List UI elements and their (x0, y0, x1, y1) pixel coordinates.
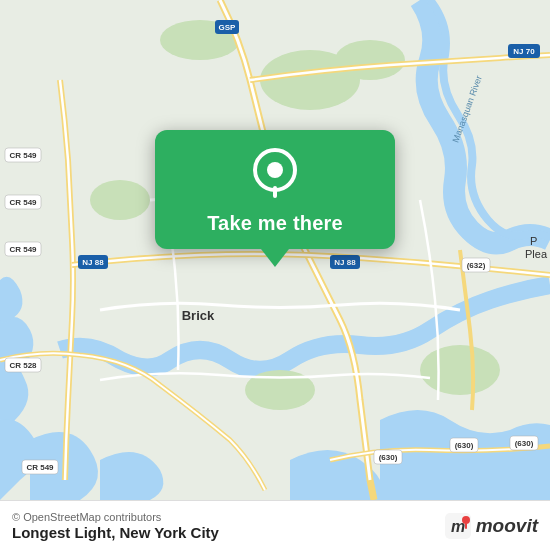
svg-text:CR 549: CR 549 (9, 198, 37, 207)
location-name: Longest Light, New York City (12, 524, 219, 541)
svg-text:(630): (630) (379, 453, 398, 462)
copyright-text: © OpenStreetMap contributors (12, 511, 219, 523)
svg-text:NJ 88: NJ 88 (82, 258, 104, 267)
map-container[interactable]: GSP NJ 70 CR 549 CR 549 CR 549 CR 549 NJ… (0, 0, 550, 500)
svg-point-5 (420, 345, 500, 395)
location-pin-icon (248, 148, 302, 202)
moovit-icon: m (444, 512, 472, 540)
svg-text:CR 549: CR 549 (9, 151, 37, 160)
take-me-there-card[interactable]: Take me there (155, 130, 395, 249)
svg-text:Brick: Brick (182, 308, 215, 323)
svg-text:P: P (530, 235, 537, 247)
svg-text:CR 549: CR 549 (26, 463, 54, 472)
svg-point-4 (90, 180, 150, 220)
svg-text:NJ 70: NJ 70 (513, 47, 535, 56)
svg-point-41 (462, 516, 470, 524)
svg-text:CR 528: CR 528 (9, 361, 37, 370)
svg-text:CR 549: CR 549 (9, 245, 37, 254)
svg-text:(630): (630) (455, 441, 474, 450)
svg-text:(632): (632) (467, 261, 486, 270)
svg-text:(630): (630) (515, 439, 534, 448)
svg-point-2 (335, 40, 405, 80)
moovit-logo: m moovit (444, 512, 538, 540)
svg-point-38 (267, 162, 283, 178)
svg-text:GSP: GSP (219, 23, 237, 32)
svg-text:NJ 88: NJ 88 (334, 258, 356, 267)
svg-text:Plea: Plea (525, 248, 548, 260)
bottom-info: © OpenStreetMap contributors Longest Lig… (12, 511, 219, 541)
card-take-me-there-label: Take me there (207, 212, 343, 235)
bottom-bar: © OpenStreetMap contributors Longest Lig… (0, 500, 550, 550)
moovit-text: moovit (476, 515, 538, 537)
